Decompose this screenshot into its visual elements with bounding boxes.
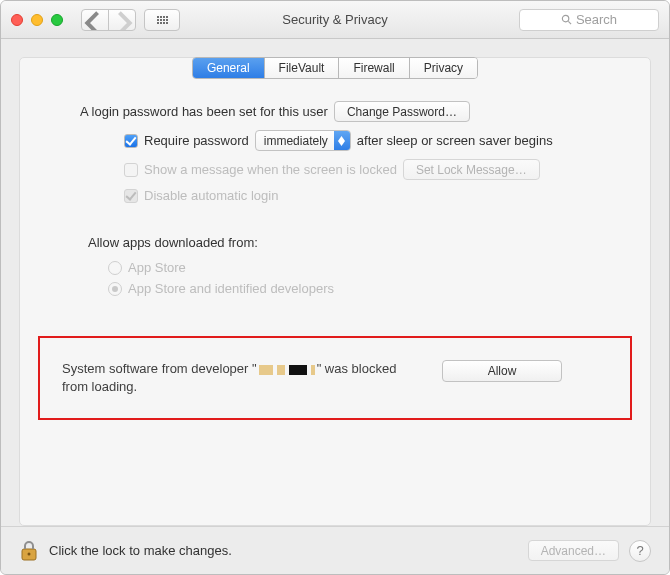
login-password-set-label: A login password has been set for this u… [80, 104, 328, 119]
security-privacy-window: Security & Privacy Search General FileVa… [0, 0, 670, 575]
after-sleep-label: after sleep or screen saver begins [357, 133, 553, 148]
blocked-prefix: System software from developer " [62, 361, 257, 376]
svg-line-1 [568, 21, 571, 24]
zoom-window-button[interactable] [51, 14, 63, 26]
blocked-message: System software from developer "" was bl… [62, 360, 422, 396]
tab-filevault[interactable]: FileVault [265, 58, 340, 78]
show-message-label: Show a message when the screen is locked [144, 162, 397, 177]
login-section: A login password has been set for this u… [20, 79, 650, 211]
help-button[interactable]: ? [629, 540, 651, 562]
change-password-button[interactable]: Change Password… [334, 101, 470, 122]
set-lock-message-button: Set Lock Message… [403, 159, 540, 180]
radio-app-store [108, 261, 122, 275]
stepper-icon [334, 131, 350, 150]
require-password-checkbox[interactable] [124, 134, 138, 148]
search-placeholder: Search [576, 12, 617, 27]
lock-hint: Click the lock to make changes. [49, 543, 232, 558]
tab-general[interactable]: General [193, 58, 265, 78]
preferences-pane: General FileVault Firewall Privacy A log… [19, 57, 651, 526]
require-password-label: Require password [144, 133, 249, 148]
tab-firewall[interactable]: Firewall [339, 58, 409, 78]
titlebar: Security & Privacy Search [1, 1, 669, 39]
minimize-window-button[interactable] [31, 14, 43, 26]
radio-identified-developers [108, 282, 122, 296]
back-button[interactable] [82, 10, 108, 30]
radio-app-store-label: App Store [128, 260, 186, 275]
tab-privacy[interactable]: Privacy [410, 58, 477, 78]
search-field[interactable]: Search [519, 9, 659, 31]
tab-bar: General FileVault Firewall Privacy [192, 57, 478, 79]
content-area: General FileVault Firewall Privacy A log… [1, 39, 669, 526]
developer-name-redacted [257, 361, 317, 379]
disable-auto-login-checkbox [124, 189, 138, 203]
grid-icon [157, 16, 168, 24]
disable-auto-login-label: Disable automatic login [144, 188, 278, 203]
close-window-button[interactable] [11, 14, 23, 26]
svg-point-0 [562, 15, 568, 21]
bottom-bar: Click the lock to make changes. Advanced… [1, 526, 669, 574]
allow-apps-heading: Allow apps downloaded from: [88, 235, 258, 250]
blocked-software-notice: System software from developer "" was bl… [38, 336, 632, 420]
delay-value: immediately [264, 134, 328, 148]
advanced-button[interactable]: Advanced… [528, 540, 619, 561]
search-icon [561, 14, 572, 25]
show-message-checkbox [124, 163, 138, 177]
lock-icon[interactable] [19, 539, 39, 563]
show-all-button[interactable] [144, 9, 180, 31]
window-controls [11, 14, 63, 26]
forward-button[interactable] [109, 10, 135, 30]
require-password-delay-select[interactable]: immediately [255, 130, 351, 151]
nav-back-forward [81, 9, 136, 31]
svg-point-3 [28, 552, 31, 555]
allow-button[interactable]: Allow [442, 360, 562, 382]
radio-identified-label: App Store and identified developers [128, 281, 334, 296]
download-section: Allow apps downloaded from: App Store Ap… [20, 211, 650, 304]
